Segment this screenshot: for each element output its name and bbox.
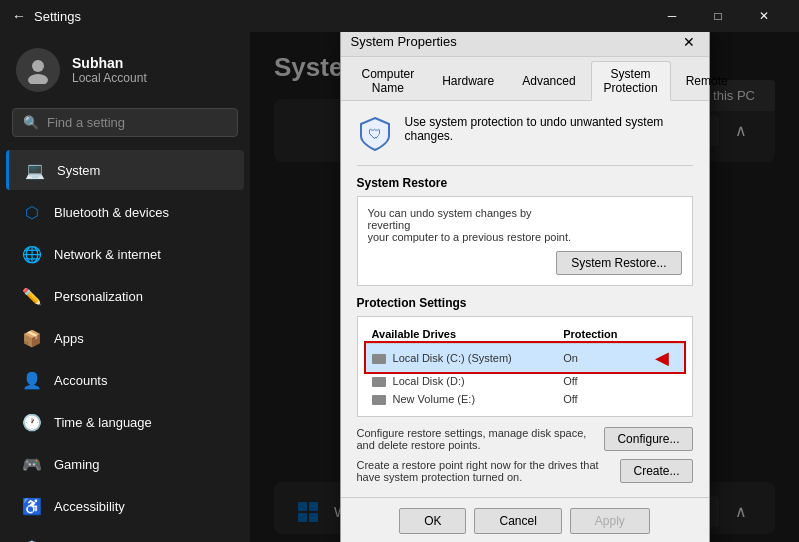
sidebar-item-label: Personalization	[54, 289, 143, 304]
time-icon: 🕐	[22, 412, 42, 432]
close-button[interactable]: ✕	[741, 0, 787, 32]
tab-remote[interactable]: Remote	[673, 61, 741, 100]
restore-section-title: System Restore	[357, 176, 693, 190]
sidebar-item-label: Accessibility	[54, 499, 125, 514]
sidebar-item-privacy[interactable]: 🔒 Privacy & security	[6, 528, 244, 542]
main-content: System › About @ 2.50GHz 2.50 GHz Copy ∧…	[250, 32, 799, 542]
apps-icon: 📦	[22, 328, 42, 348]
sidebar-item-label: Time & language	[54, 415, 152, 430]
dialog-title: System Properties	[351, 34, 457, 49]
sidebar-item-bluetooth[interactable]: ⬡ Bluetooth & devices	[6, 192, 244, 232]
cancel-button[interactable]: Cancel	[474, 508, 561, 534]
gaming-icon: 🎮	[22, 454, 42, 474]
bluetooth-icon: ⬡	[22, 202, 42, 222]
drive-row-c[interactable]: Local Disk (C:) (System) On ◀	[366, 343, 684, 372]
svg-point-0	[32, 60, 44, 72]
system-restore-button[interactable]: System Restore...	[556, 251, 681, 275]
sidebar-item-label: Gaming	[54, 457, 100, 472]
protection-settings-title: Protection Settings	[357, 296, 693, 310]
sidebar-item-personalization[interactable]: ✏️ Personalization	[6, 276, 244, 316]
user-profile: Subhan Local Account	[0, 40, 250, 108]
svg-point-1	[28, 74, 48, 84]
drive-protection-c: On	[557, 343, 641, 372]
sidebar-item-network[interactable]: 🌐 Network & internet	[6, 234, 244, 274]
col-drives: Available Drives	[366, 325, 558, 344]
protection-description: Use system protection to undo unwanted s…	[405, 115, 693, 143]
drive-row-d[interactable]: Local Disk (D:) Off	[366, 372, 684, 390]
search-box[interactable]: 🔍	[12, 108, 238, 137]
dialog-tabs: Computer Name Hardware Advanced System P…	[341, 57, 709, 101]
sidebar-item-label: Accounts	[54, 373, 107, 388]
tab-system-protection[interactable]: System Protection	[591, 61, 671, 101]
dialog-overlay: System Properties ✕ Computer Name Hardwa…	[250, 32, 799, 542]
create-text: Create a restore point right now for the…	[357, 459, 611, 483]
restore-description: You can undo system changes by reverting…	[368, 207, 572, 243]
col-protection: Protection	[557, 325, 641, 344]
drive-icon-c	[372, 354, 386, 364]
drive-name-e: New Volume (E:)	[366, 390, 558, 408]
accessibility-icon: ♿	[22, 496, 42, 516]
sidebar: Subhan Local Account 🔍 💻 System ⬡ Blueto…	[0, 32, 250, 542]
ok-button[interactable]: OK	[399, 508, 466, 534]
accounts-icon: 👤	[22, 370, 42, 390]
dialog-body: 🛡 Use system protection to undo unwanted…	[341, 101, 709, 497]
dialog-titlebar: System Properties ✕	[341, 32, 709, 57]
svg-text:🛡: 🛡	[368, 126, 382, 142]
search-input[interactable]	[47, 115, 227, 130]
shield-icon: 🛡	[357, 115, 393, 151]
restore-section: You can undo system changes by reverting…	[357, 196, 693, 286]
title-bar: ← Settings ─ □ ✕	[0, 0, 799, 32]
sidebar-item-label: Bluetooth & devices	[54, 205, 169, 220]
sidebar-item-accounts[interactable]: 👤 Accounts	[6, 360, 244, 400]
minimize-button[interactable]: ─	[649, 0, 695, 32]
sidebar-item-system[interactable]: 💻 System	[6, 150, 244, 190]
drive-name-c: Local Disk (C:) (System)	[366, 343, 558, 372]
tab-hardware[interactable]: Hardware	[429, 61, 507, 100]
drive-protection-e: Off	[557, 390, 641, 408]
protection-table: Available Drives Protection Local Disk	[366, 325, 684, 408]
configure-section: Configure restore settings, manage disk …	[357, 427, 693, 451]
sidebar-item-apps[interactable]: 📦 Apps	[6, 318, 244, 358]
sidebar-item-accessibility[interactable]: ♿ Accessibility	[6, 486, 244, 526]
sidebar-item-label: Apps	[54, 331, 84, 346]
drive-name-d: Local Disk (D:)	[366, 372, 558, 390]
sidebar-item-gaming[interactable]: 🎮 Gaming	[6, 444, 244, 484]
app-title: Settings	[34, 9, 81, 24]
sidebar-item-label: System	[57, 163, 100, 178]
system-icon: 💻	[25, 160, 45, 180]
user-name: Subhan	[72, 55, 147, 71]
drive-icon-d	[372, 377, 386, 387]
drive-icon-e	[372, 395, 386, 405]
window-controls: ─ □ ✕	[649, 0, 787, 32]
protection-settings-table-container: Available Drives Protection Local Disk	[357, 316, 693, 417]
system-properties-dialog: System Properties ✕ Computer Name Hardwa…	[340, 32, 710, 542]
maximize-button[interactable]: □	[695, 0, 741, 32]
create-button[interactable]: Create...	[620, 459, 692, 483]
configure-button[interactable]: Configure...	[604, 427, 692, 451]
dialog-close-button[interactable]: ✕	[679, 34, 699, 50]
drive-protection-d: Off	[557, 372, 641, 390]
create-section: Create a restore point right now for the…	[357, 459, 693, 483]
search-icon: 🔍	[23, 115, 39, 130]
privacy-icon: 🔒	[22, 538, 42, 542]
tab-advanced[interactable]: Advanced	[509, 61, 588, 100]
apply-button[interactable]: Apply	[570, 508, 650, 534]
protection-header: 🛡 Use system protection to undo unwanted…	[357, 115, 693, 151]
back-icon[interactable]: ←	[12, 8, 26, 24]
configure-text: Configure restore settings, manage disk …	[357, 427, 595, 451]
sidebar-item-time[interactable]: 🕐 Time & language	[6, 402, 244, 442]
drive-row-e[interactable]: New Volume (E:) Off	[366, 390, 684, 408]
avatar	[16, 48, 60, 92]
dialog-footer: OK Cancel Apply	[341, 497, 709, 542]
network-icon: 🌐	[22, 244, 42, 264]
personalization-icon: ✏️	[22, 286, 42, 306]
sidebar-item-label: Network & internet	[54, 247, 161, 262]
tab-computer-name[interactable]: Computer Name	[349, 61, 428, 100]
user-role: Local Account	[72, 71, 147, 85]
highlight-arrow: ◀	[655, 347, 669, 369]
